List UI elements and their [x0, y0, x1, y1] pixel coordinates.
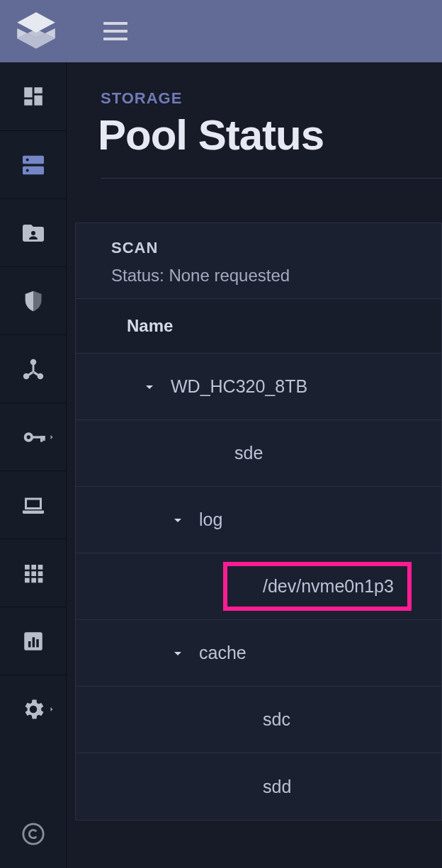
tree-row: sde — [76, 420, 441, 487]
title-divider — [101, 178, 442, 179]
tree-row[interactable]: log — [76, 487, 441, 553]
svg-rect-35 — [32, 637, 35, 647]
copyright-icon — [21, 822, 45, 846]
svg-rect-5 — [24, 87, 32, 97]
sidebar-item-dashboard[interactable] — [0, 62, 67, 130]
svg-rect-17 — [32, 363, 34, 372]
svg-rect-31 — [31, 577, 36, 582]
svg-rect-10 — [23, 166, 44, 174]
expand-chevron-icon[interactable] — [169, 645, 186, 662]
svg-point-12 — [26, 169, 28, 171]
folder-person-icon — [21, 220, 46, 246]
svg-point-37 — [23, 824, 42, 844]
sidebar-item-virtualization[interactable] — [0, 470, 67, 539]
tree-row[interactable]: cache — [76, 620, 441, 687]
storage-icon — [19, 151, 47, 179]
scan-section-label: SCAN — [76, 223, 441, 266]
chevron-right-icon — [47, 705, 56, 714]
sidebar-item-credentials[interactable] — [0, 402, 67, 470]
main-content: STORAGE Pool Status SCAN Status: None re… — [67, 62, 442, 868]
sidebar-item-network[interactable] — [0, 334, 67, 402]
tree-node-label: sdd — [263, 777, 291, 797]
tree-node-label: log — [199, 509, 222, 530]
bar-chart-icon — [21, 629, 45, 653]
svg-rect-21 — [40, 436, 42, 441]
tree-row: /dev/nvme0n1p3 — [76, 553, 441, 620]
svg-rect-9 — [23, 155, 44, 164]
shield-icon — [21, 289, 45, 313]
svg-rect-7 — [24, 99, 32, 106]
sidebar-item-reporting[interactable] — [0, 607, 67, 675]
sidebar-item-storage[interactable] — [0, 130, 67, 198]
tree-row[interactable]: WD_HC320_8TB — [76, 354, 441, 420]
svg-rect-26 — [38, 565, 42, 570]
sidebar-footer[interactable] — [0, 800, 67, 868]
svg-rect-28 — [31, 571, 36, 576]
svg-rect-30 — [25, 577, 30, 582]
svg-rect-32 — [38, 577, 42, 582]
tree-node-label: WD_HC320_8TB — [171, 376, 307, 397]
svg-rect-23 — [27, 500, 40, 507]
pool-tree: WD_HC320_8TBsdelog/dev/nvme0n1p3cachesdc… — [76, 354, 441, 820]
tree-node-label: cache — [199, 643, 246, 663]
expand-chevron-icon[interactable] — [141, 378, 158, 395]
chevron-right-icon — [47, 433, 56, 441]
sidebar-item-data-protection[interactable] — [0, 266, 67, 334]
svg-rect-29 — [38, 571, 42, 576]
sidebar — [0, 62, 67, 868]
page-title: Pool Status — [98, 111, 442, 159]
pool-status-panel: SCAN Status: None requested Name WD_HC32… — [75, 222, 442, 821]
svg-point-13 — [31, 231, 35, 235]
tree-node-label: sde — [234, 443, 263, 463]
svg-rect-34 — [28, 641, 30, 648]
svg-rect-25 — [31, 565, 36, 570]
laptop-icon — [21, 492, 46, 518]
tree-node-label: sdc — [263, 709, 290, 730]
tree-row: sdc — [76, 687, 441, 753]
svg-rect-24 — [25, 565, 30, 570]
top-bar — [0, 0, 442, 62]
svg-rect-22 — [42, 436, 45, 441]
gear-icon — [21, 697, 46, 722]
expand-chevron-icon[interactable] — [169, 512, 186, 529]
svg-rect-36 — [36, 639, 39, 647]
breadcrumb-overline: STORAGE — [101, 89, 442, 108]
key-icon — [19, 423, 47, 451]
tree-row: sdd — [76, 753, 441, 820]
column-header-name: Name — [76, 299, 441, 354]
svg-rect-6 — [34, 87, 42, 94]
svg-rect-8 — [34, 96, 42, 106]
svg-point-11 — [26, 158, 28, 161]
menu-toggle-button[interactable] — [103, 17, 132, 45]
svg-point-19 — [26, 435, 30, 439]
share-icon — [21, 357, 45, 381]
tree-node-label: /dev/nvme0n1p3 — [263, 576, 394, 597]
apps-grid-icon — [22, 562, 45, 585]
sidebar-item-shares[interactable] — [0, 198, 67, 266]
scan-status-text: Status: None requested — [76, 266, 441, 299]
app-logo — [13, 8, 60, 55]
sidebar-item-system[interactable] — [0, 675, 67, 743]
svg-rect-27 — [25, 571, 30, 576]
dashboard-icon — [21, 84, 45, 108]
sidebar-item-apps[interactable] — [0, 539, 67, 607]
